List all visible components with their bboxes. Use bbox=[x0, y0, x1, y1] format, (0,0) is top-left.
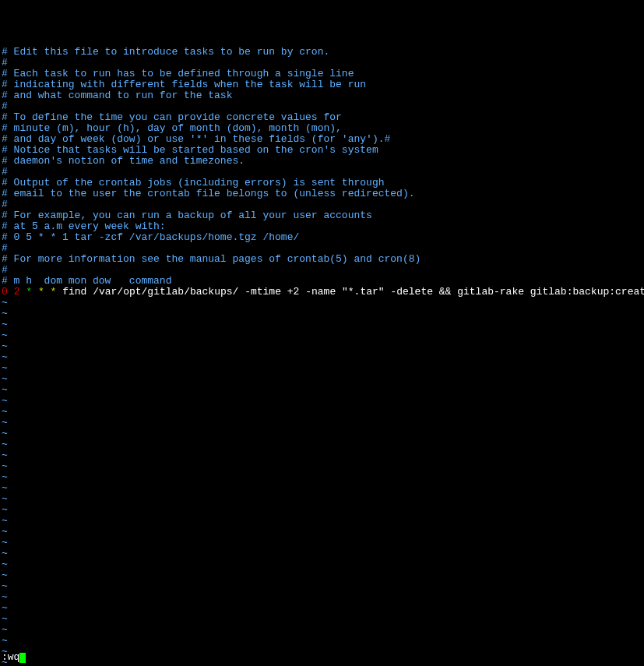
crontab-comment-line: # m h dom mon dow command bbox=[2, 276, 642, 287]
crontab-comment-line: # bbox=[2, 199, 642, 210]
crontab-comment-line: # at 5 a.m every week with: bbox=[2, 221, 642, 232]
crontab-comment-line: # bbox=[2, 101, 642, 112]
cron-mon: * bbox=[38, 286, 44, 298]
vim-empty-line: ~ bbox=[2, 319, 642, 330]
crontab-comment-line: # bbox=[2, 167, 642, 178]
vim-empty-line: ~ bbox=[2, 461, 642, 472]
vim-empty-line: ~ bbox=[2, 298, 642, 308]
vim-empty-line: ~ bbox=[2, 570, 642, 581]
crontab-comment-line: # To define the time you can provide con… bbox=[2, 112, 642, 123]
vim-empty-line: ~ bbox=[2, 636, 642, 647]
vim-empty-line: ~ bbox=[2, 374, 642, 385]
vim-command-line[interactable]: :wq bbox=[2, 652, 26, 663]
crontab-comment-line: # Notice that tasks will be started base… bbox=[2, 145, 642, 156]
crontab-comment-line: # daemon's notion of time and timezones. bbox=[2, 156, 642, 167]
vim-empty-line: ~ bbox=[2, 407, 642, 418]
crontab-comment-line: # indicating with different fields when … bbox=[2, 79, 642, 90]
crontab-comment-line: # For more information see the manual pa… bbox=[2, 254, 642, 265]
vim-empty-line: ~ bbox=[2, 625, 642, 636]
vim-empty-line: ~ bbox=[2, 559, 642, 570]
vim-empty-line: ~ bbox=[2, 614, 642, 625]
cron-command: find /var/opt/gitlab/backups/ -mtime +2 … bbox=[62, 286, 644, 298]
crontab-entry-line: 0 2 * * * find /var/opt/gitlab/backups/ … bbox=[2, 287, 642, 298]
crontab-comment-line: # email to the user the crontab file bel… bbox=[2, 189, 642, 199]
vim-empty-line: ~ bbox=[2, 439, 642, 450]
crontab-comment-line: # minute (m), hour (h), day of month (do… bbox=[2, 123, 642, 134]
vim-empty-line: ~ bbox=[2, 308, 642, 319]
vim-empty-line: ~ bbox=[2, 537, 642, 548]
cron-hour: 2 bbox=[14, 286, 20, 298]
crontab-comment-line: # bbox=[2, 58, 642, 69]
vim-empty-line: ~ bbox=[2, 428, 642, 439]
vim-empty-line: ~ bbox=[2, 396, 642, 407]
crontab-comment-line: # 0 5 * * 1 tar -zcf /var/backups/home.t… bbox=[2, 232, 642, 243]
cursor-icon bbox=[19, 653, 26, 663]
vim-empty-line: ~ bbox=[2, 548, 642, 559]
cron-dow: * bbox=[51, 286, 57, 298]
vim-empty-line: ~ bbox=[2, 494, 642, 505]
vim-empty-line: ~ bbox=[2, 450, 642, 461]
vim-empty-line: ~ bbox=[2, 657, 642, 666]
vim-empty-line: ~ bbox=[2, 483, 642, 494]
cron-dom: * bbox=[26, 286, 32, 298]
crontab-comment-line: # For example, you can run a backup of a… bbox=[2, 210, 642, 221]
cron-minute: 0 bbox=[2, 286, 8, 298]
crontab-comment-line: # and day of week (dow) or use '*' in th… bbox=[2, 134, 642, 145]
crontab-comment-line: # and what command to run for the task bbox=[2, 90, 642, 101]
vim-empty-line: ~ bbox=[2, 472, 642, 483]
crontab-comment-line: # Output of the crontab jobs (including … bbox=[2, 178, 642, 189]
crontab-comment-line: # Each task to run has to be defined thr… bbox=[2, 69, 642, 79]
vim-empty-line: ~ bbox=[2, 527, 642, 537]
vim-empty-line: ~ bbox=[2, 352, 642, 363]
crontab-comment-line: # bbox=[2, 243, 642, 254]
editor-content[interactable]: # Edit this file to introduce tasks to b… bbox=[2, 47, 642, 666]
vim-empty-line: ~ bbox=[2, 418, 642, 428]
vim-command-text: :wq bbox=[2, 651, 19, 663]
vim-empty-line: ~ bbox=[2, 647, 642, 657]
crontab-comment-line: # bbox=[2, 265, 642, 276]
vim-empty-line: ~ bbox=[2, 341, 642, 352]
crontab-comment-line: # Edit this file to introduce tasks to b… bbox=[2, 47, 642, 58]
vim-empty-line: ~ bbox=[2, 516, 642, 527]
vim-empty-line: ~ bbox=[2, 330, 642, 341]
vim-empty-line: ~ bbox=[2, 592, 642, 603]
vim-empty-line: ~ bbox=[2, 363, 642, 374]
vim-empty-line: ~ bbox=[2, 581, 642, 592]
vim-empty-line: ~ bbox=[2, 603, 642, 614]
vim-empty-line: ~ bbox=[2, 505, 642, 516]
vim-empty-line: ~ bbox=[2, 385, 642, 396]
